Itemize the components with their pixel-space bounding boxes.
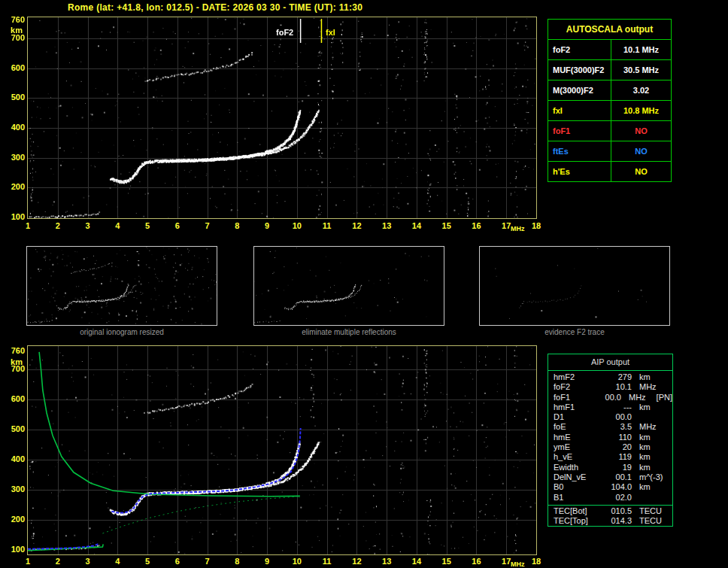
- x-tick-label: 1: [20, 221, 36, 231]
- x-tick-label: 18: [528, 557, 544, 566]
- x-tick-label: 16: [468, 557, 484, 566]
- aip-row-name: TEC[Top]: [548, 516, 602, 526]
- x-tick-label: 1: [20, 557, 36, 566]
- x-tick-label: 16: [468, 221, 484, 231]
- x-tick-label: 8: [229, 557, 245, 566]
- station-header: Rome (lat: +41.8, lon: 012.5) - DATE: 20…: [68, 2, 362, 13]
- autoscala-table-rows: foF210.1 MHzMUF(3000)F230.5 MHzM(3000)F2…: [548, 40, 671, 181]
- aip-row: D100.0: [548, 412, 672, 422]
- aip-row-unit: MHz: [632, 382, 657, 392]
- panel-eliminate-multiples-caption: eliminate multiple reflections: [253, 328, 444, 336]
- autoscala-row-label: fxI: [548, 101, 611, 120]
- aip-row: ymE20km: [548, 442, 672, 452]
- panel-evidence-f2-caption: evidence F2 trace: [479, 328, 670, 336]
- aip-row-name: hmF2: [548, 372, 602, 382]
- x-tick-label: 2: [50, 557, 66, 566]
- x-tick-label: 13: [378, 221, 395, 231]
- aip-row-unit: MHz: [632, 422, 657, 432]
- aip-row-name: DelN_vE: [548, 472, 602, 482]
- aip-row-name: TEC[Bot]: [548, 506, 602, 516]
- aip-row: foE3.5MHz: [548, 422, 672, 432]
- aip-row-value: 00.1: [602, 472, 632, 482]
- aip-row-name: D1: [548, 412, 602, 422]
- y-tick-label: 100: [1, 545, 25, 554]
- aip-row-name: foE: [548, 422, 602, 432]
- aip-row-name: hmE: [548, 433, 602, 442]
- autoscala-table-header: AUTOSCALA output: [548, 20, 671, 40]
- panel-evidence-f2: [479, 246, 670, 326]
- y-tick-label: 200: [1, 182, 25, 192]
- aip-row-name: hmF1: [548, 402, 602, 412]
- autoscala-row: ftEsNO: [548, 141, 671, 162]
- x-tick-label: 2: [50, 221, 66, 231]
- top-ionogram-canvas: [28, 17, 536, 218]
- autoscala-row-value: 10.1 MHz: [611, 40, 671, 59]
- aip-row-value: 02.0: [602, 493, 632, 503]
- aip-tec-row: TEC[Top]014.3TECU: [548, 516, 672, 526]
- aip-row-unit: km: [632, 402, 651, 412]
- x-tick-label: 17: [498, 221, 514, 231]
- autoscala-row-value: 3.02: [611, 80, 671, 100]
- y-tick-label: 700: [1, 33, 25, 43]
- top-ionogram-plot: foF2 fxI: [27, 17, 537, 219]
- autoscala-row: foF210.1 MHz: [548, 40, 671, 60]
- x-tick-label: 10: [289, 221, 305, 231]
- fxi-marker-label: fxI: [326, 28, 335, 37]
- y-tick-label: 100: [1, 212, 25, 222]
- autoscala-row: h'EsNO: [548, 162, 671, 181]
- aip-row-unit: TECU: [632, 516, 662, 526]
- autoscala-row: MUF(3000)F230.5 MHz: [548, 60, 671, 80]
- aip-row-unit: km: [632, 482, 651, 492]
- y-tick-label: 400: [1, 454, 25, 464]
- aip-row-unit: km: [632, 442, 651, 452]
- aip-row-name: foF2: [548, 382, 602, 392]
- autoscala-row-label: foF1: [548, 121, 611, 141]
- aip-row: foF100.0MHz[PN]: [548, 393, 672, 402]
- fof2-marker-label: foF2: [276, 28, 293, 37]
- autoscala-row: foF1NO: [548, 121, 671, 141]
- aip-row-unit: TECU: [632, 506, 662, 516]
- autoscala-output-table: AUTOSCALA output foF210.1 MHzMUF(3000)F2…: [548, 19, 672, 182]
- y-tick-label: 500: [1, 424, 25, 434]
- panel-evidence-f2-canvas: [480, 247, 669, 325]
- aip-row-unit: km: [632, 372, 651, 382]
- aip-row-value: 104.0: [602, 482, 632, 492]
- aip-table-header: AIP output: [548, 354, 672, 371]
- autoscala-row-label: foF2: [548, 40, 611, 59]
- aip-row-name: B1: [548, 493, 602, 503]
- x-tick-label: 14: [408, 557, 425, 566]
- x-tick-label: 5: [139, 221, 156, 231]
- panel-eliminate-multiples-canvas: [254, 247, 444, 325]
- x-tick-label: 9: [259, 557, 275, 566]
- aip-table-rows: hmF2279kmfoF210.1MHzfoF100.0MHz[PN]hmF1-…: [548, 371, 672, 503]
- aip-row-name: foF1: [548, 393, 595, 402]
- aip-row-unit: km: [632, 463, 651, 472]
- aip-output-table: AIP output hmF2279kmfoF210.1MHzfoF100.0M…: [548, 354, 673, 527]
- aip-row: Ewidth19km: [548, 463, 672, 472]
- autoscala-row-label: M(3000)F2: [548, 80, 611, 100]
- autoscala-row-value: 30.5 MHz: [611, 60, 671, 80]
- autoscala-row-value: NO: [611, 162, 671, 181]
- aip-row: hmF2279km: [548, 372, 672, 382]
- aip-row-name: ymE: [548, 442, 602, 452]
- autoscala-row-label: ftEs: [548, 141, 611, 161]
- x-tick-label: 3: [80, 557, 96, 566]
- y-tick-label: 700: [1, 364, 25, 374]
- aip-row: DelN_vE00.1m^(-3): [548, 472, 672, 482]
- y-tick-label: 500: [1, 93, 25, 102]
- autoscala-row-label: h'Es: [548, 162, 611, 181]
- x-tick-label: 15: [438, 221, 455, 231]
- x-tick-label: 9: [259, 221, 275, 231]
- y-tick-label: 400: [1, 123, 25, 132]
- x-tick-label: 10: [289, 557, 305, 566]
- aip-row-value: ---: [602, 402, 632, 412]
- aip-row-value: 19: [602, 463, 632, 472]
- autoscala-row-value: 10.8 MHz: [611, 101, 671, 120]
- aip-row-unit: km: [632, 433, 651, 442]
- aip-row-value: 10.1: [602, 382, 632, 392]
- y-tick-label: 760: [1, 346, 25, 356]
- aip-row-unit: km: [632, 452, 651, 462]
- autoscala-row-value: NO: [611, 121, 671, 141]
- aip-row-value: 014.3: [602, 516, 632, 526]
- aip-row-note: [PN]: [646, 393, 672, 402]
